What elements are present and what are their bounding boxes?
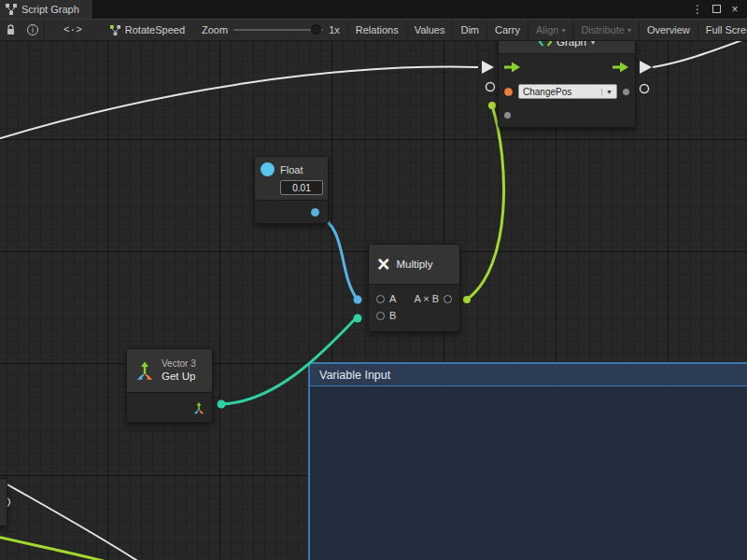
vector3-icon [134, 360, 155, 381]
tab-title: Script Graph [21, 4, 79, 15]
title-bar: Script Graph ⋮ × [0, 0, 747, 19]
node-body: ChangePos ▼ [499, 53, 635, 127]
node-body [127, 392, 212, 422]
zoom-label: Zoom [202, 24, 228, 35]
wire-endpoint [354, 296, 362, 304]
breadcrumb[interactable]: RotateSpeed [101, 20, 194, 40]
port-label-a: A [389, 293, 396, 304]
node-multiply[interactable]: × Multiply A A × B B [368, 244, 460, 332]
values-button[interactable]: Values [406, 20, 453, 40]
zoom-slider-knob[interactable] [311, 24, 321, 35]
wire-green-bottom [0, 536, 114, 560]
wire-flow-in [0, 67, 478, 140]
wire-flow-out [653, 41, 747, 67]
info-icon[interactable]: i [21, 20, 44, 40]
wire-float-to-multiply [317, 215, 357, 299]
relations-button[interactable]: Relations [347, 20, 406, 40]
node-vector3-get-up[interactable]: Vector 3 Get Up [126, 348, 213, 423]
graph-name: RotateSpeed [125, 24, 185, 35]
script-graph-icon [110, 25, 120, 35]
chevron-down-icon: ▾ [627, 26, 631, 35]
node-body [255, 200, 328, 223]
flow-arrow-out-icon [640, 61, 652, 74]
port-label-b: B [389, 310, 396, 321]
node-float-literal[interactable]: Float 0.01 [254, 156, 329, 224]
wire-endpoint [218, 400, 226, 409]
output-port[interactable] [444, 295, 452, 303]
node-header[interactable]: Vector 3 Get Up [127, 349, 212, 392]
input-port-b[interactable] [376, 312, 385, 320]
value-output-port[interactable] [623, 89, 629, 95]
script-graph-window: Script Graph ⋮ × i <·> RotateSpeed [0, 0, 747, 560]
flow-arrow-in-icon [482, 61, 494, 74]
value-port[interactable] [486, 83, 495, 91]
flow-output-port[interactable] [613, 62, 629, 73]
chevron-down-icon: ▼ [601, 89, 613, 95]
node-title: Multiply [396, 259, 432, 270]
output-label: A × B [414, 293, 439, 304]
window-controls: ⋮ × [691, 0, 747, 19]
carry-button[interactable]: Carry [486, 20, 528, 40]
dim-button[interactable]: Dim [452, 20, 486, 40]
close-icon[interactable]: × [728, 3, 741, 16]
zoom-slider[interactable] [233, 29, 323, 31]
wire-vector3-to-multiply [221, 318, 356, 404]
vector3-output-port[interactable] [192, 401, 205, 414]
node-type-label: Vector 3 [162, 358, 196, 371]
code-view-button[interactable]: <·> [44, 20, 101, 40]
graph-toolbar: i <·> RotateSpeed Zoom 1x Relations Valu… [0, 19, 747, 41]
variable-input-port[interactable] [504, 88, 513, 96]
wire-bottom-left [0, 476, 145, 560]
node-title: Get Up [162, 370, 196, 383]
wire-multiply-to-graph [467, 105, 504, 300]
input-port-a[interactable] [376, 295, 385, 303]
variable-name: ChangePos [523, 87, 571, 97]
full-screen-button[interactable]: Full Screen [698, 20, 747, 40]
wire-endpoint [463, 296, 471, 303]
float-type-icon [261, 162, 275, 176]
float-value-field[interactable]: 0.01 [280, 180, 323, 195]
maximize-icon[interactable] [710, 3, 723, 16]
value-port[interactable] [504, 112, 511, 119]
node-title: Float [280, 164, 303, 175]
chevron-down-icon: ▾ [561, 26, 565, 35]
graph-icon [6, 4, 17, 15]
wire-endpoint [354, 315, 362, 323]
node-body: A A × B B [369, 284, 459, 331]
lock-icon[interactable] [0, 20, 21, 40]
code-icon: <·> [63, 24, 82, 35]
node-header[interactable]: Float 0.01 [255, 157, 328, 200]
window-menu-icon[interactable]: ⋮ [691, 3, 704, 16]
wire-endpoint [488, 102, 496, 109]
toolbar-buttons: Relations Values Dim Carry Align▾ Distri… [347, 20, 747, 40]
node-partial-offscreen[interactable] [0, 478, 7, 526]
multiply-icon: × [377, 254, 389, 275]
variable-dropdown[interactable]: ChangePos ▼ [518, 84, 617, 99]
value-port[interactable] [641, 85, 649, 93]
overview-button[interactable]: Overview [639, 20, 698, 40]
node-graph-unit[interactable]: Graph ▾ ChangePos ▼ [498, 41, 636, 128]
visual-scripting-icon [539, 41, 552, 47]
distribute-dropdown[interactable]: Distribute▾ [572, 20, 638, 40]
node-title: Graph [557, 41, 586, 48]
graph-canvas[interactable]: Variable Input [0, 41, 747, 560]
node-header[interactable]: × Multiply [369, 245, 459, 284]
float-output-port[interactable] [311, 208, 319, 217]
node-header[interactable]: Graph ▾ [499, 41, 635, 53]
zoom-control: Zoom 1x [194, 20, 347, 40]
flow-input-port[interactable] [504, 62, 521, 73]
zoom-value: 1x [329, 24, 340, 35]
chevron-down-icon: ▾ [591, 41, 595, 47]
align-dropdown[interactable]: Align▾ [528, 20, 572, 40]
tab-script-graph[interactable]: Script Graph [0, 0, 93, 19]
